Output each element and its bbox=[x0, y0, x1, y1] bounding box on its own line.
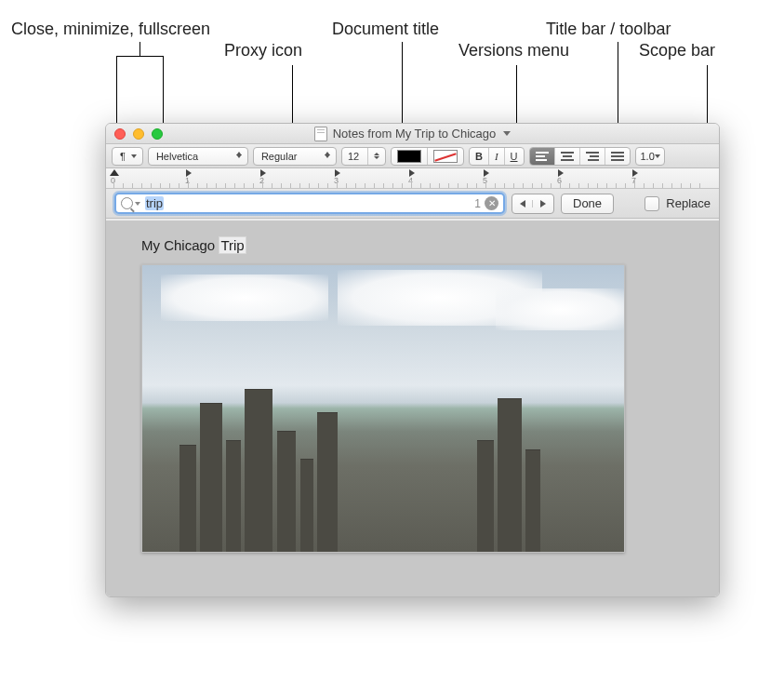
find-next-button[interactable] bbox=[533, 200, 553, 207]
ruler-tick bbox=[476, 183, 477, 188]
first-line-indent-marker[interactable] bbox=[110, 169, 119, 176]
font-size-control[interactable]: 12 bbox=[341, 147, 386, 166]
ruler-tick bbox=[141, 183, 142, 188]
font-size-stepper[interactable] bbox=[368, 148, 385, 165]
document-text-line: My Chicago Trip bbox=[141, 237, 684, 253]
paragraph-style-select[interactable]: ¶ bbox=[112, 147, 143, 166]
minimize-button[interactable] bbox=[133, 128, 144, 140]
done-button[interactable]: Done bbox=[561, 194, 614, 214]
ruler-tab-stop[interactable] bbox=[558, 169, 564, 177]
align-right-button[interactable] bbox=[580, 148, 605, 165]
align-center-button[interactable] bbox=[555, 148, 580, 165]
bold-button[interactable]: B bbox=[470, 148, 489, 165]
ruler-tick bbox=[588, 183, 589, 188]
ruler-tick bbox=[188, 181, 189, 188]
ann-line bbox=[116, 56, 117, 123]
annotation-document-title: Document title bbox=[332, 20, 439, 39]
text-color-control[interactable] bbox=[391, 147, 464, 166]
embedded-image[interactable] bbox=[141, 264, 625, 553]
traffic-lights bbox=[114, 128, 163, 140]
close-button[interactable] bbox=[114, 128, 126, 140]
ruler-tick bbox=[551, 183, 551, 188]
ruler-tick bbox=[392, 183, 393, 188]
ruler-tick bbox=[402, 183, 403, 188]
align-left-button[interactable] bbox=[530, 148, 555, 165]
fullscreen-button[interactable] bbox=[152, 128, 163, 140]
ann-line bbox=[163, 56, 164, 123]
ruler-tick bbox=[327, 183, 328, 188]
ruler-tick bbox=[411, 181, 412, 188]
align-justify-button[interactable] bbox=[605, 148, 630, 165]
ruler-tick bbox=[513, 183, 514, 188]
ruler-tick bbox=[681, 183, 682, 188]
text-prefix: My Chicago bbox=[141, 237, 219, 253]
document-area[interactable]: My Chicago Trip bbox=[106, 221, 719, 596]
clear-search-icon[interactable]: ✕ bbox=[485, 196, 498, 210]
ruler-tick bbox=[123, 183, 124, 188]
scope-bar: trip 1 ✕ Done Replace bbox=[106, 189, 719, 219]
ruler-tick bbox=[374, 183, 375, 188]
ruler-tick bbox=[318, 183, 319, 188]
underline-button[interactable]: U bbox=[505, 148, 524, 165]
font-size-value: 12 bbox=[342, 148, 368, 165]
find-nav-segment bbox=[512, 194, 554, 214]
replace-checkbox[interactable] bbox=[644, 196, 659, 211]
image-building bbox=[477, 440, 494, 552]
annotation-versions-menu: Versions menu bbox=[458, 41, 569, 60]
ruler-tick bbox=[420, 183, 421, 188]
find-input[interactable] bbox=[164, 196, 471, 210]
ruler-tick bbox=[578, 183, 579, 188]
ann-line bbox=[402, 42, 403, 124]
line-spacing-field[interactable]: 1.0 bbox=[635, 147, 665, 166]
ruler-tick bbox=[160, 183, 161, 188]
ruler[interactable]: 01234567 bbox=[106, 168, 719, 189]
ruler-tick bbox=[346, 183, 347, 188]
image-building bbox=[498, 398, 522, 552]
ruler-tick bbox=[625, 183, 626, 188]
ruler-tick bbox=[699, 183, 700, 188]
ruler-tab-stop[interactable] bbox=[335, 169, 340, 177]
ruler-tick bbox=[532, 183, 533, 188]
ruler-tick bbox=[430, 183, 431, 188]
font-style-value: Regular bbox=[261, 151, 298, 162]
ruler-tick bbox=[216, 183, 217, 188]
ruler-tick bbox=[671, 183, 672, 188]
ruler-tick bbox=[337, 181, 338, 188]
font-style-select[interactable]: Regular bbox=[253, 147, 337, 166]
text-color-swatch bbox=[397, 150, 421, 163]
ruler-tick bbox=[113, 181, 114, 188]
ruler-tick bbox=[653, 183, 654, 188]
italic-button[interactable]: I bbox=[489, 148, 505, 165]
ruler-tab-stop[interactable] bbox=[260, 169, 266, 177]
ruler-tick bbox=[541, 183, 542, 188]
ruler-tick bbox=[355, 183, 356, 188]
ruler-tick bbox=[523, 183, 524, 188]
font-family-select[interactable]: Helvetica bbox=[148, 147, 248, 166]
ruler-tick bbox=[662, 183, 663, 188]
ruler-tick bbox=[253, 183, 254, 188]
match-count: 1 bbox=[474, 197, 481, 210]
text-style-segment: B I U bbox=[469, 147, 525, 166]
versions-menu-button[interactable] bbox=[503, 131, 511, 136]
image-sky-detail bbox=[161, 274, 328, 321]
find-field-wrap: trip 1 ✕ bbox=[114, 193, 505, 214]
ann-line bbox=[292, 65, 293, 124]
image-building bbox=[179, 445, 196, 552]
find-prev-button[interactable] bbox=[512, 200, 533, 207]
ruler-tab-stop[interactable] bbox=[632, 169, 638, 177]
ruler-tab-stop[interactable] bbox=[409, 169, 415, 177]
ruler-tick bbox=[365, 183, 365, 188]
search-options-icon[interactable] bbox=[135, 202, 140, 206]
highlight-color-swatch bbox=[433, 150, 458, 163]
find-match-highlight: Trip bbox=[219, 236, 246, 254]
image-building bbox=[317, 412, 338, 552]
ruler-tab-stop[interactable] bbox=[484, 169, 489, 177]
alignment-segment bbox=[529, 147, 631, 166]
paragraph-symbol: ¶ bbox=[120, 151, 126, 162]
image-building bbox=[200, 403, 222, 552]
ruler-tab-stop[interactable] bbox=[186, 169, 192, 177]
ruler-tick bbox=[504, 183, 505, 188]
app-window: Notes from My Trip to Chicago ¶ Helvetic… bbox=[105, 123, 720, 597]
proxy-icon[interactable] bbox=[314, 127, 327, 141]
ruler-tick bbox=[569, 183, 570, 188]
